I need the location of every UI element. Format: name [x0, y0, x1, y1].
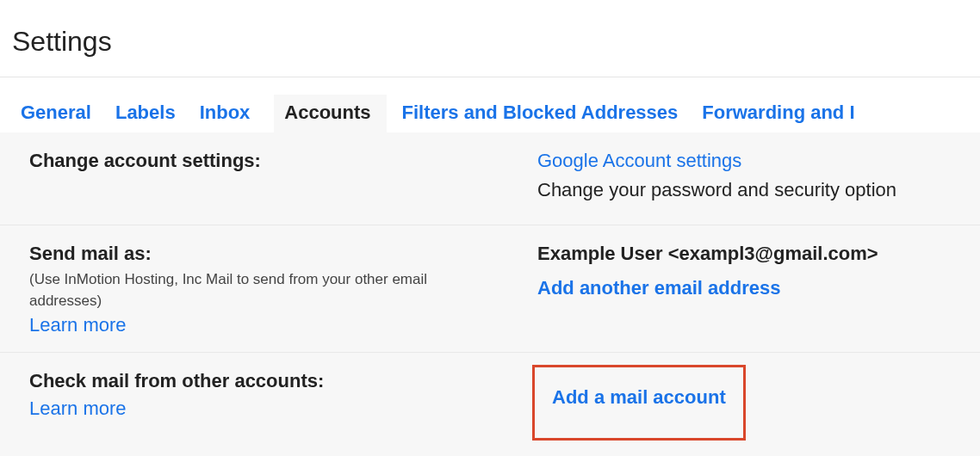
add-another-email-link[interactable]: Add another email address: [537, 277, 980, 299]
settings-content: Change account settings: Google Account …: [0, 132, 980, 456]
add-mail-account-link[interactable]: Add a mail account: [552, 386, 726, 409]
section-change-account: Change account settings: Google Account …: [0, 132, 980, 225]
google-account-settings-link[interactable]: Google Account settings: [537, 150, 980, 172]
section-send-mail-as: Send mail as: (Use InMotion Hosting, Inc…: [0, 225, 980, 353]
tab-general[interactable]: General: [21, 95, 107, 132]
change-account-heading: Change account settings:: [29, 150, 537, 172]
send-mail-as-subtext: (Use InMotion Hosting, Inc Mail to send …: [29, 268, 477, 312]
send-mail-learn-more-link[interactable]: Learn more: [29, 314, 127, 336]
tab-inbox[interactable]: Inbox: [200, 95, 266, 132]
page-title: Settings: [0, 0, 980, 77]
check-mail-heading: Check mail from other accounts:: [29, 370, 537, 392]
tab-labels[interactable]: Labels: [115, 95, 191, 132]
tab-filters[interactable]: Filters and Blocked Addresses: [402, 95, 694, 132]
change-account-desc: Change your password and security option: [537, 177, 980, 204]
section-check-mail: Check mail from other accounts: Learn mo…: [0, 353, 980, 456]
add-mail-account-highlight: Add a mail account: [532, 365, 746, 441]
tab-accounts[interactable]: Accounts: [274, 95, 386, 132]
tabs-bar: General Labels Inbox Accounts Filters an…: [0, 77, 980, 132]
send-mail-as-heading: Send mail as:: [29, 243, 537, 265]
check-mail-learn-more-link[interactable]: Learn more: [29, 397, 127, 420]
tab-forwarding[interactable]: Forwarding and I: [702, 95, 870, 132]
send-as-user: Example User <exampl3@gmail.com>: [537, 243, 980, 265]
